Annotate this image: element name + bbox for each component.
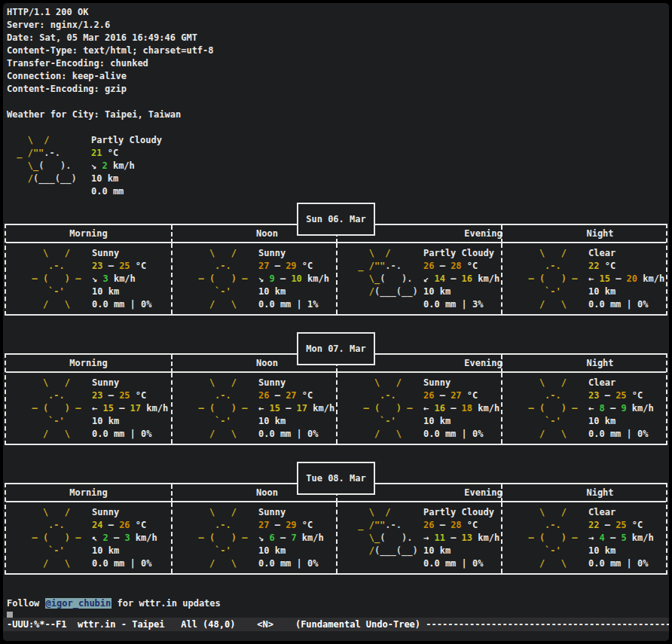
forecast-day-tue: Tue 08. MarMorningNoonEveningNight \ / .… (5, 483, 667, 575)
cell-wind-segment: → (588, 533, 599, 543)
forecast-cell-text: Partly Cloudy26 – 28 °C→ 11 – 13 km/h10 … (417, 506, 499, 573)
partly-cloudy-icon: \ / _ /"".-. \_( ). /(___(__) (338, 506, 417, 573)
cell-condition: Sunny (258, 506, 324, 519)
ascii-art-segment: / (11, 173, 33, 184)
ascii-art-line: `-' (188, 285, 252, 298)
cell-temperature-segment: 25 (119, 261, 130, 271)
cell-precipitation-segment: 0.0 mm | 0% (92, 299, 151, 310)
ascii-art-line: \ / (353, 247, 417, 260)
cell-visibility-segment: 10 km (423, 286, 451, 297)
ascii-art-line: – ( ) – (21, 532, 86, 545)
cell-temperature: 23 – 25 °C (588, 389, 654, 402)
forecast-cell-evening: \ / _ /"".-. \_( ). /(___(__)Partly Clou… (336, 243, 501, 314)
ascii-art-segment: \ / (353, 377, 402, 388)
cell-temperature-segment: °C (627, 390, 643, 401)
cell-wind-segment: – (610, 273, 627, 284)
ascii-art-segment: – ( ) – (21, 533, 81, 543)
cell-wind-segment: 5 (621, 533, 626, 543)
cell-precipitation: 0.0 mm | 0% (92, 557, 157, 570)
forecast-cell-text: Sunny23 – 25 °C↘ 3 km/h10 km0.0 mm | 0% (86, 247, 151, 314)
ascii-art-line: `-' (21, 415, 86, 428)
cell-wind-segment: → (423, 533, 434, 543)
ascii-art-segment: / \ (188, 558, 237, 569)
column-header-label: Noon (256, 487, 278, 498)
cell-temperature-segment: 27 (451, 390, 461, 401)
cell-temperature-segment: – (599, 520, 615, 530)
cell-visibility-segment: 10 km (258, 416, 286, 426)
date-box: Sun 06. Mar (297, 203, 375, 236)
ascii-art-segment: / (353, 545, 374, 556)
column-header-night: Night (501, 484, 666, 502)
ascii-art-line: \ / (188, 377, 252, 389)
column-header-morning: Morning (6, 355, 171, 373)
cell-wind-segment: – (275, 273, 292, 284)
ascii-art-segment: (___(__) (374, 286, 418, 297)
date-box: Mon 07. Mar (297, 332, 375, 365)
ascii-art-line: – ( ) – (518, 532, 582, 545)
ascii-art-segment: / \ (188, 429, 237, 439)
http-response-headers: HTTP/1.1 200 OK Server: nginx/1.2.6 Date… (3, 6, 669, 96)
ascii-art-segment: \ / (518, 248, 567, 258)
cell-wind: ↘ 9 – 10 km/h (258, 273, 329, 285)
cell-wind-segment: 10 (291, 273, 301, 284)
cell-condition-segment: Clear (588, 248, 615, 258)
ascii-art-line: – ( ) – (518, 402, 582, 415)
cell-wind-segment: 6 (269, 533, 274, 543)
twitter-handle-link[interactable]: @igor_chubin (45, 598, 112, 609)
cell-temperature-segment: °C (462, 390, 478, 401)
cell-condition-segment: Clear (588, 377, 615, 388)
ascii-art-segment: / \ (518, 299, 567, 310)
cell-temperature-segment: 28 (451, 261, 461, 271)
ascii-art-segment: .-. (385, 261, 402, 271)
cell-wind: ← 8 – 9 km/h (588, 402, 654, 415)
current-condition: Partly Cloudy (91, 134, 162, 147)
cell-wind: ← 15 – 17 km/h (258, 402, 334, 415)
ascii-art-line: / \ (188, 428, 252, 441)
sunny-icon: \ / .-. – ( ) – `-' / \ (338, 377, 417, 444)
ascii-art-line: – ( ) – (188, 532, 252, 545)
date-box: Tue 08. Mar (297, 462, 375, 495)
current-wind-segment: km/h (108, 160, 135, 171)
date-label: Mon 07. Mar (306, 343, 365, 356)
cell-wind-segment: – (280, 403, 297, 414)
ascii-art-line: .-. (188, 519, 252, 532)
ascii-art-line: / \ (21, 428, 86, 441)
ascii-art-line: `-' (188, 545, 252, 557)
cell-wind-segment: 18 (462, 403, 472, 414)
cell-temperature-segment: 26 (423, 390, 434, 401)
partly-cloudy-icon: \ / _ /"".-. \_( ). /(___(__) (338, 247, 417, 314)
forecast-table: MorningNoonEveningNight \ / .-. – ( ) – … (5, 353, 667, 445)
cell-condition: Partly Cloudy (423, 506, 499, 519)
cell-precipitation-segment: 0.0 mm | 3% (423, 299, 483, 310)
ascii-art-line: \ / (353, 377, 417, 389)
cell-condition-segment: Sunny (92, 248, 119, 258)
ascii-art-segment: – ( ) – (188, 403, 247, 414)
forecast-cell-night: \ / .-. – ( ) – `-' / \Clear22 – 25 °C→ … (501, 502, 666, 573)
cell-wind-segment: km/h (307, 403, 334, 414)
cell-temperature-segment: 28 (451, 520, 461, 530)
forecast-table: MorningNoonEveningNight \ / .-. – ( ) – … (5, 224, 667, 316)
ascii-art-segment: _ /"" (353, 520, 385, 530)
cell-temperature-segment: °C (462, 261, 478, 271)
ascii-art-line: `-' (353, 415, 417, 428)
cell-visibility-segment: 10 km (588, 286, 615, 297)
current-precipitation: 0.0 mm (91, 185, 162, 198)
cell-precipitation: 0.0 mm | 0% (423, 428, 499, 441)
cell-temperature-segment: °C (130, 261, 147, 271)
ascii-art-segment: – ( ) – (518, 273, 577, 284)
ascii-art-line: `-' (188, 415, 252, 428)
ascii-art-segment: \ / (353, 507, 391, 517)
cell-wind-segment: 14 (434, 273, 444, 284)
cell-wind-segment: 11 (434, 533, 444, 543)
ascii-art-segment: – ( ) – (353, 403, 412, 414)
column-header-label: Evening (464, 228, 502, 239)
cell-temperature-segment: 23 (92, 390, 102, 401)
cell-wind-segment: km/h (297, 533, 324, 543)
cell-temperature-segment: 26 (423, 261, 434, 271)
cell-wind-segment: – (445, 403, 462, 414)
ascii-art-segment: / \ (21, 299, 70, 310)
cell-precipitation: 0.0 mm | 0% (423, 557, 499, 570)
terminal-window: HTTP/1.1 200 OK Server: nginx/1.2.6 Date… (3, 3, 669, 641)
ascii-art-segment: – ( ) – (21, 403, 81, 414)
current-condition-segment: Partly Cloudy (91, 135, 162, 145)
